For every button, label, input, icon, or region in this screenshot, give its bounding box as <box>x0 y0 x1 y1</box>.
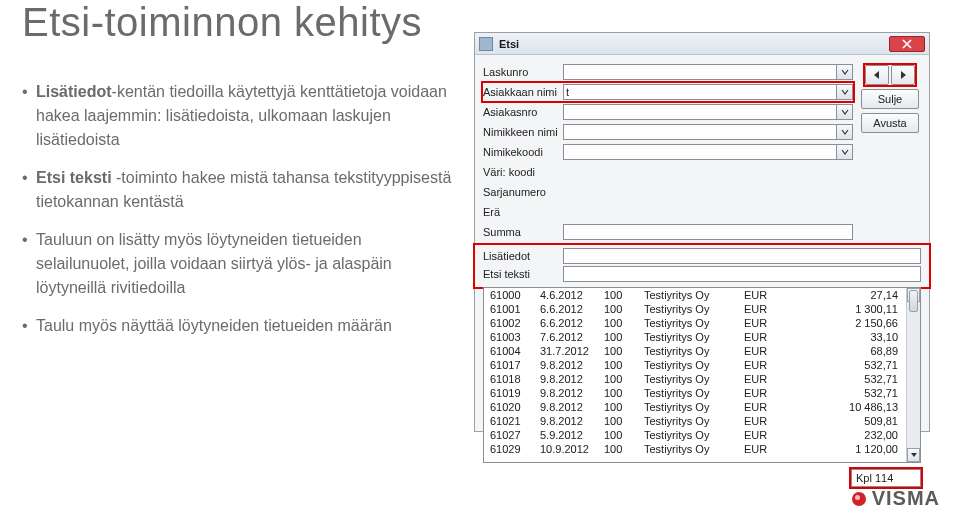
bullet-bold: Lisätiedot <box>36 83 112 100</box>
table-cell: 61000 <box>484 288 534 302</box>
table-row[interactable]: 610026.6.2012100Testiyritys OyEUR2 150,6… <box>484 316 906 330</box>
table-cell: 31.7.2012 <box>534 344 598 358</box>
table-cell: EUR <box>738 316 776 330</box>
dropdown-nimikkeen-nimi[interactable] <box>837 124 853 140</box>
scroll-down-button[interactable] <box>907 448 920 462</box>
chevron-down-icon <box>841 108 849 116</box>
next-record-button[interactable] <box>891 65 915 85</box>
table-cell: 532,71 <box>776 358 906 372</box>
table-cell: 5.9.2012 <box>534 428 598 442</box>
label-era: Erä <box>483 206 563 218</box>
input-summa[interactable] <box>563 224 853 240</box>
vertical-scrollbar[interactable] <box>906 288 920 462</box>
input-laskunro[interactable] <box>563 64 837 80</box>
table-row[interactable]: 610179.8.2012100Testiyritys OyEUR532,71 <box>484 358 906 372</box>
table-cell: EUR <box>738 400 776 414</box>
label-lisatiedot: Lisätiedot <box>483 250 563 262</box>
table-cell: EUR <box>738 414 776 428</box>
table-cell: 27,14 <box>776 288 906 302</box>
table-cell: 532,71 <box>776 386 906 400</box>
label-vari-koodi: Väri: koodi <box>483 166 563 178</box>
chevron-down-icon <box>841 148 849 156</box>
nav-arrows <box>865 65 915 85</box>
table-cell: 7.6.2012 <box>534 330 598 344</box>
bullet-item: Etsi teksti -toiminto hakee mistä tahans… <box>22 166 452 214</box>
prev-record-button[interactable] <box>865 65 889 85</box>
close-button[interactable] <box>889 36 925 52</box>
table-cell: Testiyritys Oy <box>638 400 738 414</box>
sulje-button[interactable]: Sulje <box>861 89 919 109</box>
table-cell: 100 <box>598 316 638 330</box>
bullet-item: Lisätiedot-kentän tiedoilla käytettyjä k… <box>22 80 452 152</box>
table-cell: Testiyritys Oy <box>638 344 738 358</box>
table-cell: Testiyritys Oy <box>638 358 738 372</box>
table-cell: 68,89 <box>776 344 906 358</box>
row-asiakkaan-nimi: Asiakkaan nimi t <box>483 83 853 101</box>
table-cell: 61017 <box>484 358 534 372</box>
table-cell: 61027 <box>484 428 534 442</box>
dropdown-asiakasnro[interactable] <box>837 104 853 120</box>
table-row[interactable]: 6100431.7.2012100Testiyritys OyEUR68,89 <box>484 344 906 358</box>
table-cell: 232,00 <box>776 428 906 442</box>
table-cell: Testiyritys Oy <box>638 386 738 400</box>
table-row[interactable]: 610016.6.2012100Testiyritys OyEUR1 300,1… <box>484 302 906 316</box>
table-cell: 100 <box>598 414 638 428</box>
table-cell: Testiyritys Oy <box>638 428 738 442</box>
label-asiakkaan-nimi: Asiakkaan nimi <box>483 86 563 98</box>
table-row[interactable]: 610199.8.2012100Testiyritys OyEUR532,71 <box>484 386 906 400</box>
table-cell: EUR <box>738 344 776 358</box>
table-cell: 100 <box>598 386 638 400</box>
dropdown-laskunro[interactable] <box>837 64 853 80</box>
table-cell: 61018 <box>484 372 534 386</box>
input-etsi-teksti[interactable] <box>563 266 921 282</box>
label-etsi-teksti: Etsi teksti <box>483 268 563 280</box>
table-cell: 100 <box>598 344 638 358</box>
label-laskunro: Laskunro <box>483 66 563 78</box>
table-cell: 10 486,13 <box>776 400 906 414</box>
avusta-button[interactable]: Avusta <box>861 113 919 133</box>
table-cell: EUR <box>738 330 776 344</box>
table-cell: 61003 <box>484 330 534 344</box>
table-cell: Testiyritys Oy <box>638 372 738 386</box>
label-nimikekoodi: Nimikekoodi <box>483 146 563 158</box>
input-lisatiedot[interactable] <box>563 248 921 264</box>
table-cell: 509,81 <box>776 414 906 428</box>
table-cell: EUR <box>738 386 776 400</box>
input-nimikekoodi[interactable] <box>563 144 837 160</box>
table-row[interactable]: 610275.9.2012100Testiyritys OyEUR232,00 <box>484 428 906 442</box>
chevron-down-icon <box>841 88 849 96</box>
table-cell: 9.8.2012 <box>534 400 598 414</box>
table-row[interactable]: 610209.8.2012100Testiyritys OyEUR10 486,… <box>484 400 906 414</box>
table-cell: 9.8.2012 <box>534 386 598 400</box>
close-icon <box>902 39 912 49</box>
table-cell: 532,71 <box>776 372 906 386</box>
input-asiakkaan-nimi[interactable]: t <box>563 84 837 100</box>
table-cell: 100 <box>598 400 638 414</box>
input-nimikkeen-nimi[interactable] <box>563 124 837 140</box>
table-cell: 100 <box>598 288 638 302</box>
scroll-thumb[interactable] <box>909 290 918 312</box>
dropdown-asiakkaan-nimi[interactable] <box>837 84 853 100</box>
bullet-item: Taulu myös näyttää löytyneiden tietueide… <box>22 314 452 338</box>
kpl-value: 114 <box>875 472 893 484</box>
label-asiakasnro: Asiakasnro <box>483 106 563 118</box>
dropdown-nimikekoodi[interactable] <box>837 144 853 160</box>
table-row[interactable]: 6102910.9.2012100Testiyritys OyEUR1 120,… <box>484 442 906 456</box>
table-row[interactable]: 610037.6.2012100Testiyritys OyEUR33,10 <box>484 330 906 344</box>
table-row[interactable]: 610189.8.2012100Testiyritys OyEUR532,71 <box>484 372 906 386</box>
search-form: Laskunro Asiakkaan nimi t Asiakasnro Nim… <box>483 63 853 241</box>
table-row[interactable]: 610004.6.2012100Testiyritys OyEUR27,14 <box>484 288 906 302</box>
label-summa: Summa <box>483 226 563 238</box>
table-row[interactable]: 610219.8.2012100Testiyritys OyEUR509,81 <box>484 414 906 428</box>
extra-search-group: Lisätiedot Etsi teksti <box>475 245 929 287</box>
side-buttons: Sulje Avusta <box>859 63 921 241</box>
bullet-text: Taulu myös näyttää löytyneiden tietueide… <box>36 317 392 334</box>
table-cell: 61001 <box>484 302 534 316</box>
table-cell: Testiyritys Oy <box>638 442 738 456</box>
bullet-item: Tauluun on lisätty myös löytyneiden tiet… <box>22 228 452 300</box>
table-cell: Testiyritys Oy <box>638 330 738 344</box>
table-cell: 100 <box>598 302 638 316</box>
input-asiakasnro[interactable] <box>563 104 837 120</box>
etsi-dialog: Etsi Laskunro Asiakkaan nimi t Asiakasnr… <box>474 32 930 432</box>
results-table[interactable]: 610004.6.2012100Testiyritys OyEUR27,1461… <box>483 287 921 463</box>
